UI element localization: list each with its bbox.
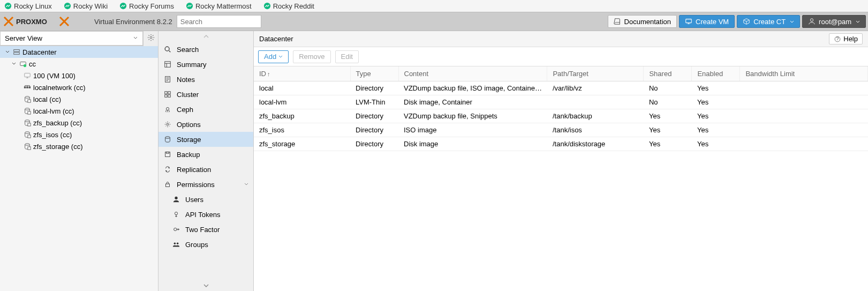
bookmark-rocky-linux[interactable]: Rocky Linux: [4, 2, 52, 10]
nav-label: Users: [185, 196, 203, 204]
cell-content: Disk image, Container: [398, 95, 547, 109]
add-button[interactable]: Add: [258, 50, 289, 63]
svg-rect-18: [28, 100, 31, 102]
proxmox-logo[interactable]: PROXMO: [0, 16, 92, 27]
tree-node-cc[interactable]: cc: [0, 58, 158, 70]
table-row[interactable]: localDirectoryVZDump backup file, ISO im…: [254, 81, 868, 95]
nav-permissions[interactable]: Permissions: [158, 177, 253, 192]
nav-scroll-up[interactable]: [158, 31, 253, 42]
view-selector[interactable]: Server View: [0, 31, 143, 46]
cell-shared: No: [644, 95, 692, 109]
nav-ceph[interactable]: Ceph: [158, 102, 253, 117]
view-selector-label: Server View: [5, 34, 42, 42]
config-nav: SearchSummaryNotesClusterCephOptionsStor…: [158, 31, 254, 291]
table-row[interactable]: zfs_backupDirectoryVZDump backup file, S…: [254, 109, 868, 123]
search-input[interactable]: [177, 15, 261, 28]
nav-scroll-down[interactable]: [158, 280, 253, 291]
edit-label: Edit: [341, 53, 353, 61]
col-label: Shared: [649, 70, 671, 78]
nav-api-tokens[interactable]: API Tokens: [158, 207, 253, 222]
col-path[interactable]: Path/Target: [547, 66, 644, 81]
nav-options[interactable]: Options: [158, 117, 253, 132]
rocky-icon: [4, 2, 12, 10]
collapse-icon[interactable]: [4, 49, 11, 55]
documentation-button[interactable]: Documentation: [608, 15, 677, 28]
cell-bw: [740, 137, 868, 151]
nav-groups[interactable]: Groups: [158, 237, 253, 252]
table-row[interactable]: local-lvmLVM-ThinDisk image, ContainerNo…: [254, 95, 868, 109]
gear-icon: [147, 34, 155, 43]
cell-path: /tank/isos: [547, 123, 644, 137]
svg-point-12: [24, 64, 26, 67]
tree-item[interactable]: zfs_storage (cc): [0, 140, 158, 152]
tree-item[interactable]: zfs_isos (cc): [0, 129, 158, 140]
create-ct-button[interactable]: Create CT: [737, 15, 800, 28]
nav-notes[interactable]: Notes: [158, 72, 253, 87]
storage-icon: [24, 95, 31, 103]
remove-label: Remove: [299, 53, 324, 61]
nav-label: Summary: [177, 61, 207, 69]
nav-backup[interactable]: Backup: [158, 147, 253, 162]
nav-label: Cluster: [177, 91, 199, 99]
svg-point-44: [177, 243, 179, 245]
collapse-icon[interactable]: [11, 61, 17, 67]
col-bandwidth[interactable]: Bandwidth Limit: [740, 66, 868, 81]
tree-item[interactable]: local-lvm (cc): [0, 105, 158, 117]
storage-icon: [24, 107, 31, 115]
twofactor-icon: [172, 226, 180, 233]
svg-rect-28: [165, 62, 171, 68]
svg-point-21: [25, 120, 30, 122]
add-label: Add: [264, 53, 276, 61]
col-id[interactable]: ID↑: [254, 66, 350, 81]
cell-path: /var/lib/vz: [547, 81, 644, 95]
cell-type: Directory: [350, 123, 398, 137]
cell-type: LVM-Thin: [350, 95, 398, 109]
cell-id: local-lvm: [254, 95, 350, 109]
nav-two-factor[interactable]: Two Factor: [158, 222, 253, 237]
bookmark-rocky-wiki[interactable]: Rocky Wiki: [64, 2, 108, 10]
browser-bookmarks-bar: Rocky Linux Rocky Wiki Rocky Forums Rock…: [0, 0, 868, 12]
svg-point-34: [166, 108, 169, 110]
cell-content: Disk image: [398, 137, 547, 151]
col-content[interactable]: Content: [398, 66, 547, 81]
svg-rect-14: [24, 86, 26, 88]
col-enabled[interactable]: Enabled: [692, 66, 740, 81]
remove-button[interactable]: Remove: [293, 50, 330, 63]
nav-replication[interactable]: Replication: [158, 162, 253, 177]
cell-bw: [740, 123, 868, 137]
tree-item[interactable]: local (cc): [0, 93, 158, 105]
nav-label: Replication: [177, 166, 211, 174]
nav-cluster[interactable]: Cluster: [158, 87, 253, 102]
nav-search[interactable]: Search: [158, 42, 253, 57]
settings-button[interactable]: [143, 31, 158, 46]
svg-rect-9: [14, 50, 20, 52]
nav-summary[interactable]: Summary: [158, 57, 253, 72]
tree-item[interactable]: zfs_backup (cc): [0, 117, 158, 129]
tree-item[interactable]: 100 (VM 100): [0, 70, 158, 81]
bookmark-rocky-reddit[interactable]: Rocky Reddit: [263, 2, 314, 10]
col-label: Bandwidth Limit: [745, 70, 795, 78]
user-menu-button[interactable]: root@pam: [802, 15, 866, 28]
help-button[interactable]: ? Help: [829, 33, 863, 44]
monitor-icon: [24, 72, 31, 79]
monitor-icon: [685, 18, 692, 25]
col-type[interactable]: Type: [350, 66, 398, 81]
tree-item[interactable]: localnetwork (cc): [0, 81, 158, 93]
create-vm-button[interactable]: Create VM: [679, 15, 735, 28]
bookmark-rocky-forums[interactable]: Rocky Forums: [119, 2, 174, 10]
nav-label: Options: [177, 121, 201, 129]
user-label: root@pam: [819, 18, 851, 26]
edit-button[interactable]: Edit: [335, 50, 359, 63]
table-row[interactable]: zfs_isosDirectoryISO image/tank/isosYesY…: [254, 123, 868, 137]
bookmark-rocky-mattermost[interactable]: Rocky Mattermost: [186, 2, 252, 10]
table-row[interactable]: zfs_storageDirectoryDisk image/tank/disk…: [254, 137, 868, 151]
cube-icon: [743, 18, 750, 25]
nav-storage[interactable]: Storage: [158, 132, 253, 147]
nav-users[interactable]: Users: [158, 192, 253, 207]
svg-rect-22: [28, 123, 31, 126]
network-icon: [24, 84, 31, 91]
tree-datacenter[interactable]: Datacenter: [0, 46, 158, 58]
col-shared[interactable]: Shared: [644, 66, 692, 81]
ceph-icon: [164, 106, 171, 113]
backup-icon: [164, 151, 171, 158]
